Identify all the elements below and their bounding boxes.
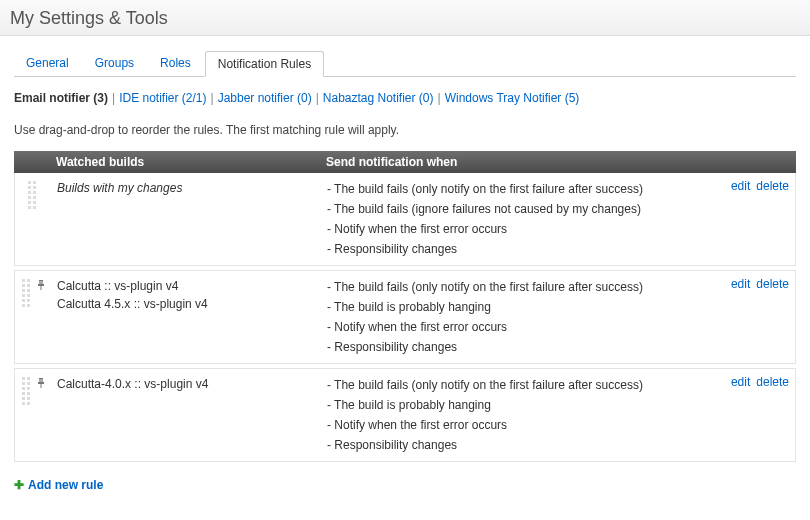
rules-table-header: Watched builds Send notification when xyxy=(14,151,796,173)
separator: | xyxy=(438,91,441,105)
delete-link[interactable]: delete xyxy=(756,375,789,389)
svg-rect-1 xyxy=(39,281,43,284)
rules-table: Watched builds Send notification when Bu… xyxy=(14,151,796,462)
tab-roles[interactable]: Roles xyxy=(148,51,203,77)
drag-handle-icon[interactable] xyxy=(22,377,32,405)
svg-rect-2 xyxy=(38,284,44,286)
condition: - The build fails (only notify on the fi… xyxy=(327,375,699,395)
actions-cell: editdelete xyxy=(705,375,795,455)
separator: | xyxy=(112,91,115,105)
svg-rect-7 xyxy=(40,384,41,388)
condition: - Responsibility changes xyxy=(327,239,699,259)
drag-handle-icon[interactable] xyxy=(22,279,32,307)
condition: - The build is probably hanging xyxy=(327,395,699,415)
svg-rect-0 xyxy=(39,280,43,281)
add-rule-row: ✚Add new rule xyxy=(14,478,796,492)
notifier-nabaztag[interactable]: Nabaztag Notifier (0) xyxy=(323,91,434,105)
col-send-when: Send notification when xyxy=(320,151,706,173)
notifier-ide[interactable]: IDE notifier (2/1) xyxy=(119,91,206,105)
tab-groups[interactable]: Groups xyxy=(83,51,146,77)
tabs-bar: GeneralGroupsRolesNotification Rules xyxy=(14,50,796,77)
rule-row: Builds with my changes- The build fails … xyxy=(14,173,796,266)
plus-icon: ✚ xyxy=(14,478,24,492)
watched-build: Builds with my changes xyxy=(57,179,315,197)
pin-icon xyxy=(36,280,45,289)
condition: - Responsibility changes xyxy=(327,435,699,455)
notifier-bar: Email notifier (3)|IDE notifier (2/1)|Ja… xyxy=(14,91,796,105)
conditions-cell: - The build fails (only notify on the fi… xyxy=(321,179,705,259)
watched-build: Calcutta-4.0.x :: vs-plugin v4 xyxy=(57,375,315,393)
svg-rect-3 xyxy=(40,286,41,290)
separator: | xyxy=(316,91,319,105)
condition: - The build fails (only notify on the fi… xyxy=(327,179,699,199)
add-new-rule-link[interactable]: ✚Add new rule xyxy=(14,478,103,492)
edit-link[interactable]: edit xyxy=(731,375,750,389)
condition: - Notify when the first error occurs xyxy=(327,317,699,337)
condition: - Notify when the first error occurs xyxy=(327,415,699,435)
watched-build: Calcutta :: vs-plugin v4 xyxy=(57,277,315,295)
pin-icon xyxy=(36,378,45,387)
actions-cell: editdelete xyxy=(705,277,795,357)
condition: - The build is probably hanging xyxy=(327,297,699,317)
condition: - Notify when the first error occurs xyxy=(327,219,699,239)
condition: - The build fails (ignore failures not c… xyxy=(327,199,699,219)
condition: - Responsibility changes xyxy=(327,337,699,357)
notifier-email: Email notifier (3) xyxy=(14,91,108,105)
watched-builds-cell: Calcutta :: vs-plugin v4Calcutta 4.5.x :… xyxy=(51,277,321,357)
edit-link[interactable]: edit xyxy=(731,277,750,291)
delete-link[interactable]: delete xyxy=(756,179,789,193)
conditions-cell: - The build fails (only notify on the fi… xyxy=(321,277,705,357)
drag-handle-icon[interactable] xyxy=(28,181,38,209)
tab-notification-rules[interactable]: Notification Rules xyxy=(205,51,324,77)
notifier-windows[interactable]: Windows Tray Notifier (5) xyxy=(445,91,580,105)
reorder-hint: Use drag-and-drop to reorder the rules. … xyxy=(14,123,796,137)
col-watched-builds: Watched builds xyxy=(50,151,320,173)
conditions-cell: - The build fails (only notify on the fi… xyxy=(321,375,705,455)
watched-build: Calcutta 4.5.x :: vs-plugin v4 xyxy=(57,295,315,313)
rule-row: Calcutta-4.0.x :: vs-plugin v4- The buil… xyxy=(14,368,796,462)
page-title: My Settings & Tools xyxy=(0,0,810,36)
delete-link[interactable]: delete xyxy=(756,277,789,291)
actions-cell: editdelete xyxy=(705,179,795,259)
svg-rect-6 xyxy=(38,382,44,384)
watched-builds-cell: Calcutta-4.0.x :: vs-plugin v4 xyxy=(51,375,321,455)
separator: | xyxy=(211,91,214,105)
edit-link[interactable]: edit xyxy=(731,179,750,193)
condition: - The build fails (only notify on the fi… xyxy=(327,277,699,297)
svg-rect-5 xyxy=(39,379,43,382)
notifier-jabber[interactable]: Jabber notifier (0) xyxy=(218,91,312,105)
svg-rect-4 xyxy=(39,378,43,379)
watched-builds-cell: Builds with my changes xyxy=(51,179,321,259)
rule-row: Calcutta :: vs-plugin v4Calcutta 4.5.x :… xyxy=(14,270,796,364)
tab-general[interactable]: General xyxy=(14,51,81,77)
